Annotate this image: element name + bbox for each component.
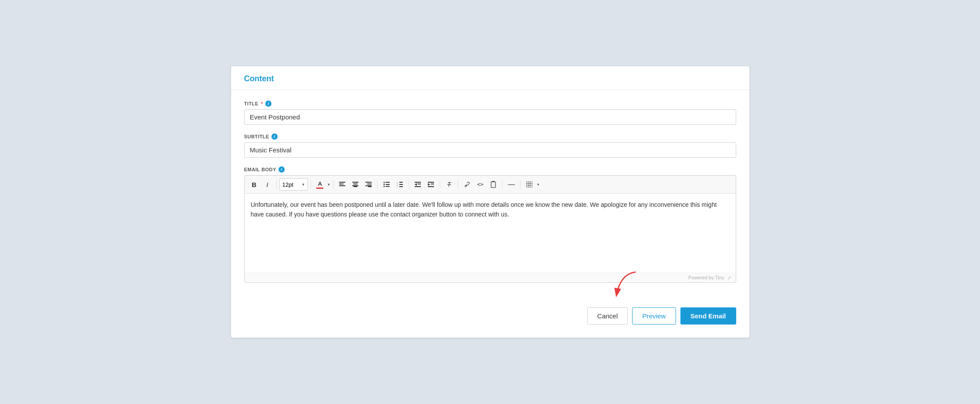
italic-button[interactable]: I: [261, 178, 274, 191]
svg-rect-13: [386, 182, 390, 183]
editor-resize-icon[interactable]: ⤢: [727, 275, 731, 280]
font-size-dropdown[interactable]: 8pt 10pt 12pt 14pt 18pt 24pt: [282, 181, 300, 188]
email-body-editor[interactable]: Unfortunately, our event has been postpo…: [245, 194, 736, 273]
action-bar: Cancel Preview Send Email: [231, 300, 749, 325]
table-chevron-icon[interactable]: ▼: [536, 183, 540, 187]
svg-point-12: [383, 182, 385, 183]
svg-rect-8: [365, 182, 372, 183]
outdent-button[interactable]: [412, 178, 424, 191]
indent-button[interactable]: [425, 178, 437, 191]
svg-rect-2: [339, 185, 345, 186]
svg-rect-9: [367, 184, 372, 184]
svg-rect-7: [354, 186, 357, 187]
svg-rect-1: [339, 184, 344, 184]
svg-rect-33: [492, 181, 495, 182]
subtitle-input[interactable]: [244, 142, 736, 158]
svg-marker-29: [428, 183, 430, 186]
svg-rect-21: [399, 184, 403, 185]
toolbar-separator-5: [409, 180, 409, 189]
content-card: Content TITLE* i SUBTITLE i EMAIL BODY i: [231, 66, 749, 338]
toolbar-separator-7: [458, 180, 458, 189]
font-color-letter: A: [318, 180, 322, 187]
svg-rect-31: [428, 186, 434, 187]
svg-rect-15: [386, 184, 390, 185]
title-info-icon[interactable]: i: [265, 101, 271, 107]
svg-marker-25: [415, 183, 417, 186]
email-body-label: EMAIL BODY i: [244, 166, 736, 173]
horizontal-rule-button[interactable]: —: [505, 178, 517, 191]
svg-rect-24: [415, 182, 421, 183]
paste-button[interactable]: [487, 178, 499, 191]
preview-button[interactable]: Preview: [632, 307, 676, 325]
svg-rect-10: [365, 185, 372, 186]
align-left-button[interactable]: [336, 178, 348, 191]
editor-footer: Powered by Tiny ⤢: [245, 273, 736, 282]
font-size-select[interactable]: 8pt 10pt 12pt 14pt 18pt 24pt ▼: [279, 178, 308, 191]
svg-text:3.: 3.: [397, 186, 398, 187]
subtitle-field-group: SUBTITLE i: [244, 133, 736, 158]
rich-text-editor: B I 8pt 10pt 12pt 14pt 18pt 24pt: [244, 175, 736, 283]
svg-rect-19: [399, 182, 403, 183]
toolbar-separator-8: [502, 180, 503, 189]
code-button[interactable]: <>: [474, 178, 486, 191]
align-center-button[interactable]: [349, 178, 362, 191]
font-color-underline-indicator: [316, 188, 323, 189]
editor-toolbar: B I 8pt 10pt 12pt 14pt 18pt 24pt: [245, 176, 736, 194]
font-color-chevron-icon[interactable]: ▼: [327, 183, 330, 187]
required-indicator: *: [261, 101, 263, 106]
svg-rect-11: [368, 186, 372, 187]
svg-rect-34: [526, 181, 532, 188]
subtitle-label: SUBTITLE i: [244, 133, 736, 140]
svg-rect-28: [428, 182, 434, 183]
send-email-button[interactable]: Send Email: [680, 307, 736, 325]
bold-button[interactable]: B: [248, 178, 260, 191]
toolbar-separator-2: [311, 180, 311, 189]
title-label: TITLE* i: [244, 101, 736, 107]
card-body: TITLE* i SUBTITLE i EMAIL BODY i B: [231, 90, 749, 300]
title-field-group: TITLE* i: [244, 101, 736, 125]
bullet-list-button[interactable]: [380, 178, 393, 191]
toolbar-separator-1: [276, 180, 277, 189]
svg-rect-6: [352, 185, 358, 186]
numbered-list-button[interactable]: 1.2.3.: [394, 178, 406, 191]
title-input[interactable]: [244, 109, 736, 125]
svg-rect-0: [339, 182, 345, 183]
svg-rect-5: [353, 184, 358, 184]
svg-rect-17: [386, 186, 390, 187]
table-button[interactable]: [523, 178, 535, 191]
toolbar-separator-6: [440, 180, 440, 189]
strikethrough-button[interactable]: T: [443, 178, 455, 191]
toolbar-separator-3: [333, 180, 333, 189]
align-right-button[interactable]: [362, 178, 375, 191]
svg-rect-27: [415, 186, 421, 187]
svg-point-16: [383, 186, 385, 187]
svg-point-14: [383, 184, 385, 185]
toolbar-separator-9: [520, 180, 521, 189]
toolbar-separator-4: [377, 180, 378, 189]
email-body-field-group: EMAIL BODY i B I 8pt 10pt 12pt 14p: [244, 166, 736, 283]
subtitle-info-icon[interactable]: i: [271, 133, 278, 140]
svg-rect-23: [399, 186, 403, 187]
email-body-info-icon[interactable]: i: [278, 166, 285, 173]
svg-rect-26: [418, 184, 421, 184]
svg-rect-4: [352, 182, 358, 183]
card-header: Content: [231, 66, 749, 90]
font-color-button[interactable]: A: [314, 178, 326, 191]
svg-rect-30: [431, 184, 434, 184]
cancel-button[interactable]: Cancel: [587, 307, 628, 325]
svg-rect-32: [491, 182, 495, 188]
font-size-chevron-icon: ▼: [302, 183, 305, 187]
link-button[interactable]: [461, 178, 473, 191]
card-title: Content: [244, 74, 274, 83]
